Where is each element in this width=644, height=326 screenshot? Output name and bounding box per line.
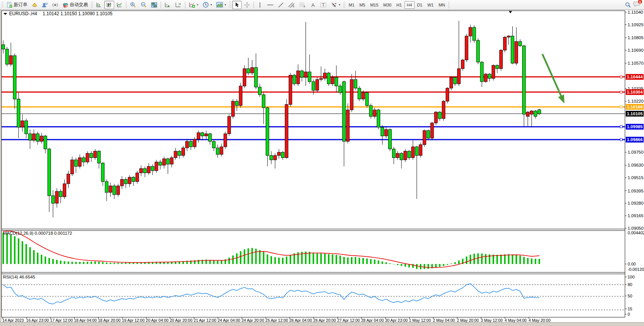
indicators-icon [189,2,195,8]
line-chart-button[interactable] [115,1,124,9]
text-label-button[interactable]: T [318,1,328,9]
chart-canvas[interactable]: 1.110401.109251.108051.106901.105701.103… [0,10,644,326]
trendline-button[interactable] [276,1,286,9]
candle-body [113,186,116,195]
candle-body [258,87,261,95]
chart-shift-button[interactable] [173,1,183,9]
timeframe-label: M30 [383,3,391,7]
arrange-windows-button[interactable] [149,1,159,9]
candle-body [438,112,441,119]
candle-body [296,71,300,84]
svg-text:A: A [311,2,315,8]
periods-clock-icon [202,2,209,8]
time-axis-label: 21 Apr 12:00 [194,318,217,323]
candle-body [281,152,284,157]
timeframe-mn[interactable]: MN [436,1,447,9]
candle-body [350,80,353,110]
candle-body [381,127,384,136]
auto-scroll-button[interactable] [163,1,173,9]
price-tick-label: 1.10570 [628,61,644,65]
hline-handle[interactable] [620,76,622,78]
new-order-label: 新订单 [14,2,27,8]
candle-body [308,72,311,82]
candle-body [450,77,453,88]
template-button[interactable]: ▾ [214,1,228,9]
candle-body [36,134,39,142]
candlestick-chart-button[interactable] [104,1,114,9]
price-tick-label: 1.09750 [628,150,644,154]
timeframe-m5[interactable]: M5 [357,1,367,9]
cursor-button[interactable] [232,1,242,9]
candle-body [343,82,346,142]
crosshair-button[interactable] [242,1,252,9]
rsi-axis-label: 0 [628,312,630,316]
new-order-button[interactable]: 新订单 [5,1,29,9]
bars-chart-button[interactable] [94,1,104,9]
time-axis-label: 2 May 20:00 [457,318,479,323]
search-button[interactable] [623,1,633,9]
time-axis-label: 18 Apr 04:00 [74,318,97,323]
autotrading-button[interactable]: 自动交易 [61,1,90,9]
candlestick-chart-icon [106,2,112,8]
candle-body [231,101,234,116]
hline-handle[interactable] [620,126,622,128]
market-button[interactable] [30,1,40,9]
candle-body [492,65,495,78]
channel-button[interactable]: E [286,1,297,9]
zoom-in-icon [130,2,136,8]
timeframe-m15[interactable]: M15 [368,1,381,9]
periods-button[interactable]: ▾ [201,1,214,9]
price-tick-label: 1.09515 [628,175,644,180]
timeframe-h4[interactable]: H4 [405,1,414,9]
toolbar-grip[interactable] [229,2,231,8]
channel-icon: E [288,2,295,8]
timeframe-w1[interactable]: W1 [425,1,436,9]
zoom-in-button[interactable] [128,1,138,9]
fibonacci-button[interactable]: F [297,1,308,9]
timeframe-label: H4 [407,3,412,7]
vertical-line-button[interactable] [255,1,265,9]
timeframe-d1[interactable]: D1 [415,1,425,9]
candle-body [163,159,166,165]
time-axis-label: 16 Apr 23:00 [26,318,49,323]
timeframe-h1[interactable]: H1 [394,1,404,9]
time-axis-label: 24 Apr 04:00 [218,318,241,323]
indicators-button[interactable]: ▾ [187,1,200,9]
chart-background [0,10,644,326]
macd-axis-max: 0.004402 [628,231,644,235]
time-axis-label: 1 May 12:00 [409,318,431,323]
autotrading-icon [62,2,69,8]
price-tick-label: 1.11040 [628,10,643,14]
candle-body [354,80,357,88]
main-toolbar: 新订单 自动交易 [0,0,644,10]
hline-handle[interactable] [620,91,622,93]
time-axis-label: 4 May 20:00 [529,318,551,323]
toolbar-grip[interactable] [343,2,345,8]
horizontal-line-button[interactable] [265,1,276,9]
signals-button[interactable] [40,1,50,9]
candle-body [473,27,476,40]
timeframe-m30[interactable]: M30 [381,1,394,9]
toolbar-grip[interactable] [91,2,93,8]
toolbar-grip[interactable] [2,2,3,8]
svg-text:E: E [293,5,295,8]
zoom-out-button[interactable] [139,1,149,9]
notifications-button[interactable]: 1 [633,1,640,9]
hline-handle[interactable] [620,106,622,108]
arrows-tool-button[interactable]: ▾ [329,1,342,9]
bars-chart-icon [96,2,102,8]
hline-handle[interactable] [620,138,622,141]
candle-body [469,27,472,36]
timeframe-m1[interactable]: M1 [346,1,357,9]
svg-text:F: F [304,5,305,8]
broadcast-icon [52,2,58,8]
candle-body [10,56,13,64]
signals-icon [42,2,48,8]
text-button[interactable]: A [308,1,318,9]
timeframe-label: MN [438,3,445,7]
candle-body [78,157,81,166]
broadcast-button[interactable] [50,1,60,9]
candle-body [430,123,434,138]
macd-axis-min: -0.001208 [628,267,644,272]
price-tick-label: 1.10805 [628,35,644,40]
